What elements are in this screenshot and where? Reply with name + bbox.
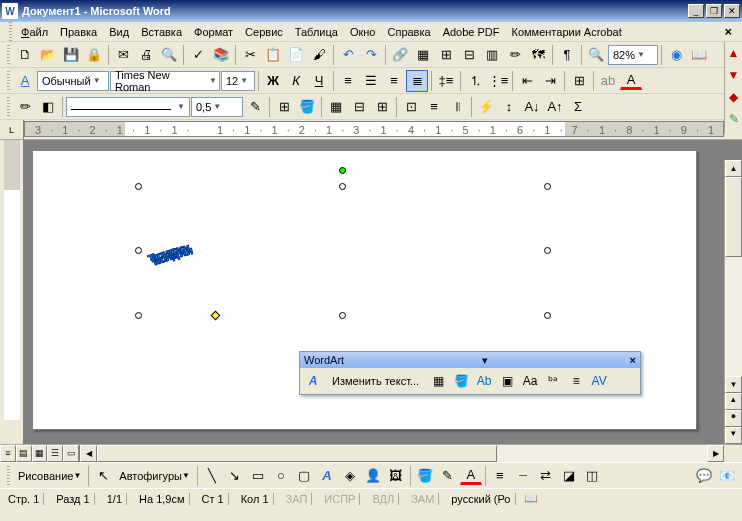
increase-indent-icon[interactable]: ⇥ xyxy=(539,70,561,92)
read-mode-icon[interactable]: 📖 xyxy=(688,44,710,66)
wordart-gallery-icon[interactable]: ▦ xyxy=(427,370,449,392)
resize-handle[interactable] xyxy=(339,312,346,319)
line-color-icon[interactable]: ✎ xyxy=(437,465,459,487)
resize-handle[interactable] xyxy=(544,312,551,319)
normal-view-button[interactable]: ≡ xyxy=(0,445,16,462)
wordart-toolbar[interactable]: WordArt ▾ × A Изменить текст... ▦ 🪣 Ab ▣… xyxy=(299,351,641,395)
drawing-toggle-icon[interactable]: ✏ xyxy=(504,44,526,66)
resize-handle[interactable] xyxy=(544,247,551,254)
menu-adobe-pdf[interactable]: Adobe PDF xyxy=(437,24,506,40)
scroll-left-button[interactable]: ◀ xyxy=(80,445,97,462)
menu-window[interactable]: Окно xyxy=(344,24,382,40)
border-color-icon[interactable]: ✎ xyxy=(244,96,266,118)
borders-icon[interactable]: ⊞ xyxy=(568,70,590,92)
underline-icon[interactable]: Ч xyxy=(308,70,330,92)
new-doc-icon[interactable]: 🗋 xyxy=(14,44,36,66)
textbox-icon[interactable]: ▢ xyxy=(293,465,315,487)
status-language[interactable]: русский (Ро xyxy=(447,493,515,505)
help-icon[interactable]: ◉ xyxy=(665,44,687,66)
vertical-text-icon[interactable]: ᵇᵃ xyxy=(542,370,564,392)
arrow-icon[interactable]: ↘ xyxy=(224,465,246,487)
show-marks-icon[interactable]: ¶ xyxy=(556,44,578,66)
resize-handle[interactable] xyxy=(339,183,346,190)
menu-format[interactable]: Формат xyxy=(188,24,239,40)
adjust-handle[interactable] xyxy=(211,311,221,321)
resize-handle[interactable] xyxy=(544,183,551,190)
print-layout-button[interactable]: ▦ xyxy=(32,445,48,462)
sort-desc-icon[interactable]: A↑ xyxy=(544,96,566,118)
save-icon[interactable]: 💾 xyxy=(60,44,82,66)
line-style-combo[interactable]: ▼ xyxy=(66,97,190,117)
vertical-scrollbar[interactable]: ▲ ▼ ▴ ● ▾ xyxy=(724,160,742,444)
print-icon[interactable]: 🖨 xyxy=(135,44,157,66)
insert-wordart-icon[interactable]: A xyxy=(302,370,324,392)
close-document-button[interactable]: × xyxy=(720,24,736,39)
reading-view-button[interactable]: ▭ xyxy=(63,445,79,462)
oval-icon[interactable]: ○ xyxy=(270,465,292,487)
menu-view[interactable]: Вид xyxy=(103,24,135,40)
wordart-object[interactable]: Текст надписи Текст надписи xyxy=(143,191,543,311)
resize-handle[interactable] xyxy=(135,247,142,254)
text-direction-icon[interactable]: ↕ xyxy=(498,96,520,118)
web-view-button[interactable]: ▤ xyxy=(16,445,32,462)
acrobat-icon-3[interactable]: ◆ xyxy=(725,86,742,108)
styles-pane-icon[interactable]: A xyxy=(14,70,36,92)
horizontal-ruler[interactable]: 3 · 1 · 2 · 1 · 1 · 1 · 1 · 1 · 1 · 2 · … xyxy=(24,121,724,137)
autosum-icon[interactable]: Σ xyxy=(567,96,589,118)
insert-wordart2-icon[interactable]: A xyxy=(316,465,338,487)
spelling-icon[interactable]: ✓ xyxy=(187,44,209,66)
style-combo[interactable]: Обычный▼ xyxy=(37,71,109,91)
wordart-toolbar-header[interactable]: WordArt ▾ × xyxy=(300,352,640,368)
align-center-icon[interactable]: ☰ xyxy=(360,70,382,92)
permission-icon[interactable]: 🔒 xyxy=(83,44,105,66)
clipart-icon[interactable]: 👤 xyxy=(362,465,384,487)
split-cells-icon[interactable]: ⊞ xyxy=(371,96,393,118)
minimize-button[interactable]: _ xyxy=(688,4,704,18)
menu-edit[interactable]: Правка xyxy=(54,24,103,40)
cut-icon[interactable]: ✂ xyxy=(239,44,261,66)
research-icon[interactable]: 📚 xyxy=(210,44,232,66)
hyperlink-icon[interactable]: 🔗 xyxy=(389,44,411,66)
arrow-style-icon[interactable]: ⇄ xyxy=(535,465,557,487)
toolbar-grip[interactable] xyxy=(7,45,10,65)
hscroll-thumb[interactable] xyxy=(97,445,497,462)
wordart-shape-icon[interactable]: Ab xyxy=(473,370,495,392)
insert-picture-icon[interactable]: 🖼 xyxy=(385,465,407,487)
select-objects-icon[interactable]: ↖ xyxy=(92,465,114,487)
zoom-combo[interactable]: 82%▼ xyxy=(608,45,658,65)
resize-handle[interactable] xyxy=(135,312,142,319)
align-justify-icon[interactable]: ≣ xyxy=(406,70,428,92)
distribute-rows-icon[interactable]: ≡ xyxy=(423,96,445,118)
excel-icon[interactable]: ⊟ xyxy=(458,44,480,66)
status-ovr[interactable]: ЗАМ xyxy=(407,493,439,505)
dash-style-icon[interactable]: ┈ xyxy=(512,465,534,487)
edit-wordart-text-button[interactable]: Изменить текст... xyxy=(325,370,426,392)
fill-color-icon[interactable]: 🪣 xyxy=(414,465,436,487)
rotate-handle[interactable] xyxy=(339,167,346,174)
wordart-toolbar-close-icon[interactable]: × xyxy=(630,354,636,366)
outside-border-icon[interactable]: ⊞ xyxy=(273,96,295,118)
sort-asc-icon[interactable]: A↓ xyxy=(521,96,543,118)
mail-icon[interactable]: ✉ xyxy=(112,44,134,66)
decrease-indent-icon[interactable]: ⇤ xyxy=(516,70,538,92)
same-height-icon[interactable]: Aa xyxy=(519,370,541,392)
zoom-fit-icon[interactable]: 🔍 xyxy=(585,44,607,66)
columns-icon[interactable]: ▥ xyxy=(481,44,503,66)
line-icon[interactable]: ╲ xyxy=(201,465,223,487)
font-combo[interactable]: Times New Roman▼ xyxy=(110,71,220,91)
status-ext[interactable]: ВДЛ xyxy=(368,493,399,505)
undo-icon[interactable]: ↶ xyxy=(337,44,359,66)
menu-table[interactable]: Таблица xyxy=(289,24,344,40)
tab-align-selector[interactable]: L xyxy=(0,120,24,139)
align-right-icon[interactable]: ≡ xyxy=(383,70,405,92)
align-cell-icon[interactable]: ⊡ xyxy=(400,96,422,118)
menubar-grip[interactable] xyxy=(9,22,12,42)
distribute-cols-icon[interactable]: ⦀ xyxy=(446,96,468,118)
toolbar-grip-2[interactable] xyxy=(7,71,10,91)
font-color2-icon[interactable]: A xyxy=(460,466,482,485)
menu-acrobat-comments[interactable]: Комментарии Acrobat xyxy=(506,24,628,40)
paste-icon[interactable]: 📄 xyxy=(285,44,307,66)
shading-color-icon[interactable]: 🪣 xyxy=(296,96,318,118)
restore-button[interactable]: ❐ xyxy=(706,4,722,18)
doc-map-icon[interactable]: 🗺 xyxy=(527,44,549,66)
